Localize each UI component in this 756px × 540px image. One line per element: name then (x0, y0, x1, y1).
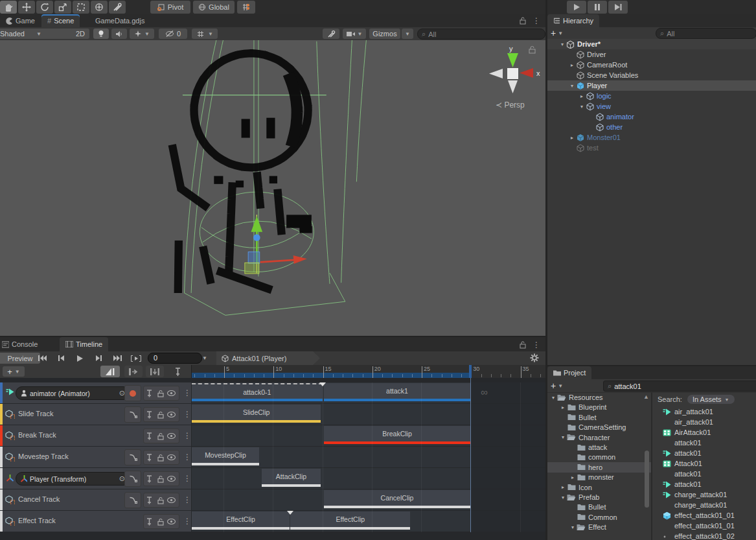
clip-breakclip[interactable]: BreakClip (324, 426, 470, 444)
projection-mode-label[interactable]: ≺ Persp (496, 100, 525, 110)
scene-effects-dropdown[interactable]: ▼ (130, 29, 154, 39)
timeline-breadcrumb[interactable]: Attack01 (Player) (216, 351, 320, 365)
scene-orientation-gizmo[interactable]: y x ≺ Persp (479, 45, 544, 117)
pin-toggle[interactable] (144, 411, 155, 419)
hierarchy-add-button[interactable]: + ▼ (551, 28, 563, 38)
tab-timeline[interactable]: Timeline (60, 337, 108, 351)
timeline-ruler[interactable]: 5101520253035 (191, 365, 545, 378)
result-item-attack01-3[interactable]: attack01 (652, 438, 756, 448)
result-item-effect-attack01-02-12[interactable]: effect_attack01_02 (652, 531, 756, 540)
timeline-settings-button[interactable] (530, 353, 539, 362)
hierarchy-item-monster01[interactable]: ▸Monster01 (547, 132, 756, 143)
clip-attack1[interactable]: attack1 (324, 383, 470, 401)
clip-effectclip[interactable]: EffectClip (192, 511, 290, 530)
result-item-effect-attack01-01-10[interactable]: effect_attack01_01 (652, 510, 756, 521)
goto-end-button[interactable] (109, 353, 126, 364)
project-add-button[interactable]: + ▼ (551, 381, 563, 391)
tab-project[interactable]: Project (547, 366, 591, 379)
step-button[interactable] (608, 1, 628, 14)
custom-tool-button[interactable] (109, 1, 126, 14)
2d-toggle[interactable]: 2D (71, 29, 89, 39)
curves-button[interactable] (124, 492, 141, 508)
project-folder-effect[interactable]: ▾Effect (547, 522, 651, 532)
play-range-button[interactable] (128, 353, 144, 364)
track-lane-effect-track[interactable]: EffectClipEffectClip (192, 511, 545, 532)
curves-button[interactable] (124, 406, 141, 423)
result-item-air-attack01-1[interactable]: air_attack01 (652, 417, 756, 427)
result-item-charge-attack01-9[interactable]: charge_attack01 (652, 500, 756, 510)
track-menu-icon[interactable]: ⋮ (183, 431, 191, 440)
project-folder-common[interactable]: Common (547, 512, 651, 522)
track-menu-icon[interactable]: ⋮ (183, 517, 191, 526)
hierarchy-item-other[interactable]: other (547, 122, 756, 132)
hidden-objects-button[interactable]: 0 (159, 29, 187, 39)
mute-toggle[interactable] (166, 519, 177, 524)
track-header-movestep-track[interactable]: {}Movestep Track⋮ (0, 447, 191, 467)
clip-slideclip[interactable]: SlideClip (192, 405, 321, 423)
result-item-effect-attack01-01-11[interactable]: effect_attack01_01 (652, 521, 756, 531)
track-header-break-track[interactable]: {}Break Track⋮ (0, 425, 191, 446)
result-item-charge-attack01-8[interactable]: charge_attack01 (652, 489, 756, 500)
hierarchy-item-driver[interactable]: ▾Driver* (547, 39, 756, 49)
track-header-animator-animator[interactable]: animator (Animator)⊙⋮ (0, 382, 191, 403)
mute-toggle[interactable] (166, 433, 177, 439)
unlock-icon[interactable] (520, 341, 526, 349)
pin-toggle[interactable] (144, 454, 155, 462)
tab-hierarchy[interactable]: Hierarchy (547, 14, 599, 27)
edit-mode-mix-button[interactable] (100, 366, 120, 377)
snap-settings-button[interactable] (237, 1, 255, 14)
scene-audio-button[interactable] (111, 29, 127, 39)
project-folder-resources[interactable]: ▾Resources (547, 392, 651, 403)
mute-toggle[interactable] (166, 476, 177, 482)
add-track-button[interactable]: +▼ (3, 366, 25, 377)
collapse-arrow-icon[interactable]: ▸ (569, 475, 576, 480)
project-folder-camerasetting[interactable]: CameraSetting (547, 422, 651, 432)
rect-tool-button[interactable] (73, 1, 89, 14)
clip-movestepclip[interactable]: MovestepClip (192, 447, 259, 465)
track-lane-movestep-track[interactable]: MovestepClip (192, 447, 545, 467)
project-folder-hero[interactable]: hero (547, 462, 651, 473)
track-lane-animator-animator[interactable]: attack0-1attack1∞ (192, 382, 545, 403)
collapse-arrow-icon[interactable]: ▸ (560, 484, 566, 490)
rotate-tool-button[interactable] (36, 1, 53, 14)
project-folder-blueprint[interactable]: ▸Blueprint (547, 402, 651, 412)
clip-attackclip[interactable]: AttackClip (262, 469, 321, 487)
record-button[interactable] (124, 385, 141, 401)
hand-tool-button[interactable] (0, 1, 17, 14)
track-menu-icon[interactable]: ⋮ (183, 388, 191, 397)
pivot-toggle[interactable]: Pivot (150, 1, 190, 14)
project-folder-bullet[interactable]: Bullet (547, 412, 651, 423)
scene-search-input[interactable]: ⌕ All (417, 29, 545, 40)
expand-arrow-icon[interactable]: ▾ (560, 495, 566, 500)
lock-toggle[interactable] (155, 390, 166, 397)
curves-button[interactable] (124, 471, 141, 487)
pin-toggle[interactable] (144, 497, 155, 504)
panel-menu-icon[interactable]: ⋮ (533, 340, 540, 349)
hierarchy-item-scene-variables[interactable]: Scene Variables (547, 70, 756, 80)
track-header-slide-track[interactable]: {}Slide Track⋮ (0, 404, 191, 425)
pin-toggle[interactable] (144, 390, 155, 397)
tree-scroll-up-icon[interactable]: ▲ (643, 393, 649, 400)
hierarchy-search-input[interactable]: ⌕ All (656, 28, 756, 39)
lock-toggle[interactable] (155, 497, 166, 504)
result-item-air-attack01-0[interactable]: air_attack01 (652, 406, 756, 417)
frame-dropdown-icon[interactable]: ▼ (202, 355, 207, 361)
project-folder-character[interactable]: ▾Character (547, 432, 651, 443)
track-menu-icon[interactable]: ⋮ (183, 410, 191, 419)
tab-console[interactable]: Console (0, 337, 43, 351)
play-timeline-button[interactable] (71, 353, 88, 364)
edit-mode-ripple-button[interactable] (124, 366, 143, 377)
result-item-attack01-4[interactable]: attack01 (652, 448, 756, 458)
track-object-field[interactable]: animator (Animator)⊙ (16, 386, 130, 400)
tree-scrollbar[interactable] (645, 451, 649, 508)
hierarchy-item-test[interactable]: test (547, 143, 756, 153)
scene-camera-dropdown[interactable]: ▼ (343, 29, 366, 39)
mute-toggle[interactable] (166, 497, 177, 503)
collapse-arrow-icon[interactable]: ▸ (569, 135, 575, 141)
track-header-player-transform[interactable]: Player (Transform)⊙⋮ (0, 468, 191, 489)
expand-arrow-icon[interactable]: ▾ (559, 41, 566, 47)
track-lane-cancel-track[interactable]: CancelClip (192, 489, 545, 510)
lock-toggle[interactable] (155, 432, 166, 440)
pin-toggle[interactable] (144, 432, 155, 440)
track-menu-icon[interactable]: ⋮ (183, 474, 191, 483)
